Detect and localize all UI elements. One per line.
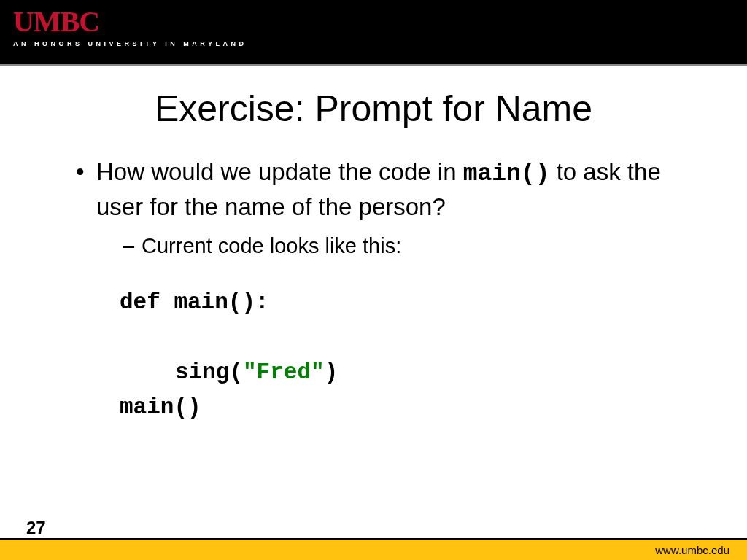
bullet-text-before: How would we update the code in	[96, 158, 463, 185]
code-string-literal: "Fred"	[243, 359, 325, 385]
slide-content: How would we update the code in main() t…	[0, 156, 747, 560]
code-blank-line	[120, 320, 681, 355]
footer-url: www.umbc.edu	[655, 544, 729, 556]
slide: UMBC AN HONORS UNIVERSITY IN MARYLAND Ex…	[0, 0, 747, 560]
slide-title: Exercise: Prompt for Name	[0, 88, 747, 130]
header-bar: UMBC AN HONORS UNIVERSITY IN MARYLAND	[0, 0, 747, 66]
inline-code: main()	[463, 160, 550, 187]
logo-tagline: AN HONORS UNIVERSITY IN MARYLAND	[13, 40, 247, 47]
code-block: def main(): sing("Fred") main()	[96, 285, 681, 425]
bullet-item: How would we update the code in main() t…	[73, 156, 681, 425]
bullet-list: How would we update the code in main() t…	[73, 156, 681, 425]
page-number: 27	[26, 518, 46, 538]
code-line-main: main()	[120, 390, 681, 425]
code-line-call: sing("Fred")	[120, 355, 681, 390]
umbc-logo: UMBC AN HONORS UNIVERSITY IN MARYLAND	[13, 4, 247, 47]
footer-bar: www.umbc.edu	[0, 538, 747, 560]
code-call-post: )	[325, 359, 338, 385]
code-line-def: def main():	[120, 285, 681, 320]
dash-list: Current code looks like this:	[96, 232, 681, 260]
code-call-pre: sing(	[175, 359, 243, 385]
dash-item: Current code looks like this:	[96, 232, 681, 260]
logo-wordmark: UMBC	[13, 4, 247, 39]
